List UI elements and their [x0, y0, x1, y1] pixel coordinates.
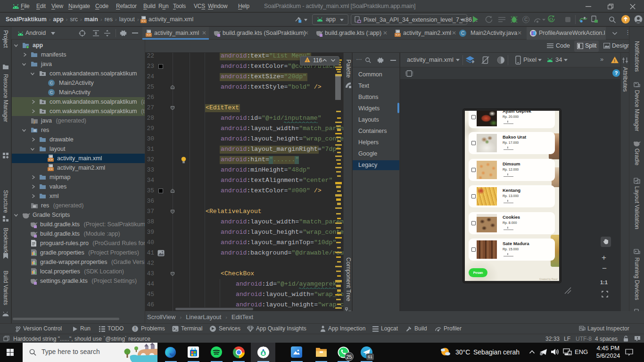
svg-text:<>: <> [49, 167, 53, 171]
svg-text:<>: <> [49, 158, 53, 162]
svg-text:<>: <> [147, 33, 151, 37]
svg-text:<>: <> [141, 19, 146, 23]
svg-text:<>: <> [396, 33, 400, 37]
